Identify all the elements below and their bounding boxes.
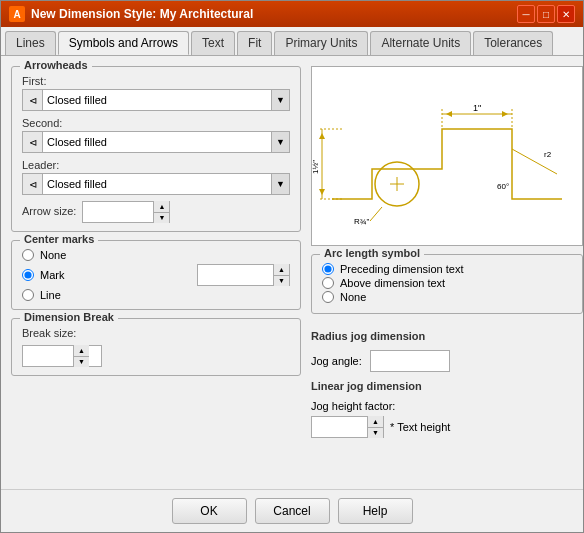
- mark-size-input[interactable]: 0'-0 3/32" ▲ ▼: [197, 264, 290, 286]
- arc-option2-label: Above dimension text: [340, 277, 445, 289]
- jog-height-spinner: ▲ ▼: [367, 416, 383, 438]
- break-size-input[interactable]: 1/8" ▲ ▼: [22, 345, 102, 367]
- center-marks-group: Center marks None Mark 0'-0 3/32": [11, 240, 301, 310]
- arrowheads-group: Arrowheads First: ⊲ Closed filled ▼ Seco…: [11, 66, 301, 232]
- line-option-row: Line: [22, 289, 290, 301]
- jog-height-down[interactable]: ▼: [368, 428, 383, 439]
- break-size-label: Break size:: [22, 327, 290, 339]
- mark-radio-label: Mark: [40, 269, 64, 281]
- leader-dropdown-icon: ⊲: [23, 174, 43, 194]
- jog-angle-field[interactable]: 45: [370, 350, 450, 372]
- arrowheads-group-label: Arrowheads: [20, 59, 92, 71]
- leader-field-row: Leader: ⊲ Closed filled ▼: [22, 159, 290, 195]
- tab-bar: Lines Symbols and Arrows Text Fit Primar…: [1, 27, 583, 56]
- break-size-field[interactable]: 1/8": [23, 346, 73, 366]
- mark-size-spinner: ▲ ▼: [273, 264, 289, 286]
- mark-radio[interactable]: [22, 269, 34, 281]
- jog-height-input[interactable]: 1 1/2" ▲ ▼: [311, 416, 384, 438]
- none-radio[interactable]: [22, 249, 34, 261]
- second-dropdown[interactable]: ⊲ Closed filled ▼: [22, 131, 290, 153]
- mark-size-field[interactable]: 0'-0 3/32": [198, 265, 273, 285]
- mark-size-up[interactable]: ▲: [274, 264, 289, 276]
- help-button[interactable]: Help: [338, 498, 413, 524]
- content-area: Arrowheads First: ⊲ Closed filled ▼ Seco…: [1, 56, 583, 489]
- tab-symbols-arrows[interactable]: Symbols and Arrows: [58, 31, 189, 55]
- minimize-button[interactable]: ─: [517, 5, 535, 23]
- arc-length-group: Arc length symbol Preceding dimension te…: [311, 254, 583, 314]
- tab-text[interactable]: Text: [191, 31, 235, 55]
- arc-option2-radio[interactable]: [322, 277, 334, 289]
- app-icon: A: [9, 6, 25, 22]
- ok-button[interactable]: OK: [172, 498, 247, 524]
- leader-dropdown-arrow[interactable]: ▼: [271, 174, 289, 194]
- break-size-down[interactable]: ▼: [74, 357, 89, 368]
- tab-fit[interactable]: Fit: [237, 31, 272, 55]
- arrow-size-row: Arrow size: 0'-0 3/16" ▲ ▼: [22, 201, 290, 223]
- mark-radio-row: Mark: [22, 269, 64, 281]
- arc-option3-radio[interactable]: [322, 291, 334, 303]
- leader-dropdown[interactable]: ⊲ Closed filled ▼: [22, 173, 290, 195]
- jog-angle-label: Jog angle:: [311, 355, 362, 367]
- line-radio-label: Line: [40, 289, 61, 301]
- linear-jog-title: Linear jog dimension: [311, 380, 583, 392]
- first-dropdown-arrow[interactable]: ▼: [271, 90, 289, 110]
- tab-primary-units[interactable]: Primary Units: [274, 31, 368, 55]
- line-radio[interactable]: [22, 289, 34, 301]
- title-bar: A New Dimension Style: My Architectural …: [1, 1, 583, 27]
- tab-alternate-units[interactable]: Alternate Units: [370, 31, 471, 55]
- arc-option1-row: Preceding dimension text: [322, 263, 572, 275]
- none-option-row: None: [22, 249, 290, 261]
- title-bar-left: A New Dimension Style: My Architectural: [9, 6, 253, 22]
- tab-lines[interactable]: Lines: [5, 31, 56, 55]
- second-field-row: Second: ⊲ Closed filled ▼: [22, 117, 290, 153]
- preview-svg: 1" 1½" r2 R¾": [312, 69, 582, 244]
- leader-dropdown-value: Closed filled: [43, 178, 271, 190]
- svg-text:1½": 1½": [312, 159, 320, 173]
- first-dropdown-icon: ⊲: [23, 90, 43, 110]
- jog-angle-row: Jog angle: 45: [311, 350, 583, 372]
- jog-height-field[interactable]: 1 1/2": [312, 417, 367, 437]
- right-panel: 1" 1½" r2 R¾": [311, 66, 583, 479]
- first-dropdown-value: Closed filled: [43, 94, 271, 106]
- arc-option3-row: None: [322, 291, 572, 303]
- preview-box: 1" 1½" r2 R¾": [311, 66, 583, 246]
- arrow-size-field[interactable]: 0'-0 3/16": [83, 202, 153, 222]
- arrow-size-down[interactable]: ▼: [154, 213, 169, 224]
- window-title: New Dimension Style: My Architectural: [31, 7, 253, 21]
- first-field-row: First: ⊲ Closed filled ▼: [22, 75, 290, 111]
- break-size-up[interactable]: ▲: [74, 345, 89, 357]
- svg-text:60°: 60°: [497, 182, 509, 191]
- jog-height-up[interactable]: ▲: [368, 416, 383, 428]
- dim-break-group: Dimension Break Break size: 1/8" ▲ ▼: [11, 318, 301, 376]
- arrow-size-spinner: ▲ ▼: [153, 201, 169, 223]
- mark-size-down[interactable]: ▼: [274, 276, 289, 287]
- jog-height-label: Jog height factor:: [311, 400, 395, 412]
- arc-option1-radio[interactable]: [322, 263, 334, 275]
- jog-height-input-row: 1 1/2" ▲ ▼ * Text height: [311, 416, 583, 438]
- maximize-button[interactable]: □: [537, 5, 555, 23]
- second-dropdown-arrow[interactable]: ▼: [271, 132, 289, 152]
- cancel-button[interactable]: Cancel: [255, 498, 330, 524]
- second-dropdown-value: Closed filled: [43, 136, 271, 148]
- dim-break-content: Break size: 1/8" ▲ ▼: [22, 327, 290, 367]
- center-marks-label: Center marks: [20, 233, 98, 245]
- arc-length-label: Arc length symbol: [320, 247, 424, 259]
- linear-jog-section: Linear jog dimension Jog height factor: …: [311, 380, 583, 438]
- svg-text:r2: r2: [544, 150, 552, 159]
- mark-option-row: Mark 0'-0 3/32" ▲ ▼: [22, 264, 290, 286]
- first-label: First:: [22, 75, 290, 87]
- first-dropdown[interactable]: ⊲ Closed filled ▼: [22, 89, 290, 111]
- svg-text:R¾": R¾": [354, 217, 369, 226]
- arrow-size-input[interactable]: 0'-0 3/16" ▲ ▼: [82, 201, 170, 223]
- tab-tolerances[interactable]: Tolerances: [473, 31, 553, 55]
- arc-option1-label: Preceding dimension text: [340, 263, 464, 275]
- arc-option2-row: Above dimension text: [322, 277, 572, 289]
- svg-rect-0: [312, 69, 582, 244]
- jog-height-row: Jog height factor:: [311, 400, 583, 412]
- arrow-size-up[interactable]: ▲: [154, 201, 169, 213]
- arrow-size-label: Arrow size:: [22, 205, 76, 217]
- close-button[interactable]: ✕: [557, 5, 575, 23]
- main-window: A New Dimension Style: My Architectural …: [0, 0, 584, 533]
- left-panel: Arrowheads First: ⊲ Closed filled ▼ Seco…: [11, 66, 301, 479]
- center-marks-options: None Mark 0'-0 3/32" ▲ ▼: [22, 249, 290, 301]
